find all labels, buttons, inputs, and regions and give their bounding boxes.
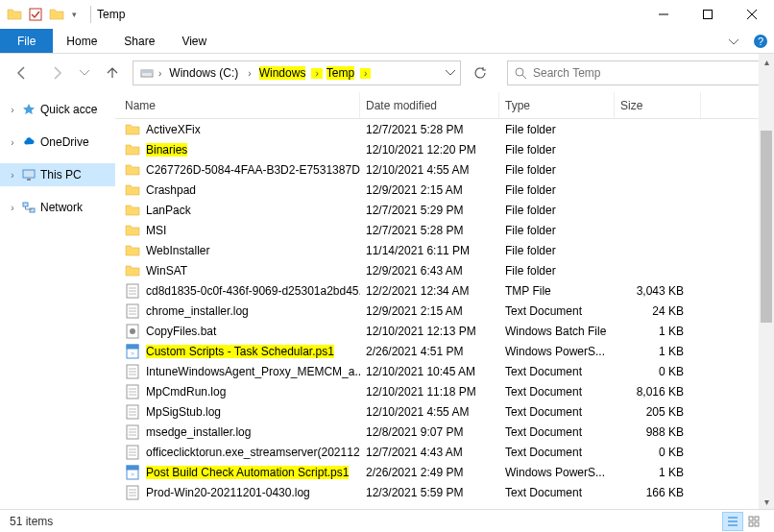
maximize-button[interactable] xyxy=(686,0,730,29)
table-row[interactable]: IntuneWindowsAgent_Proxy_MEMCM_a...12/10… xyxy=(115,361,774,381)
scroll-up-icon[interactable]: ▴ xyxy=(759,54,774,69)
table-row[interactable]: C267726D-5084-4FAA-B3D2-E7531387D9...12/… xyxy=(115,159,774,180)
svg-text:?: ? xyxy=(758,36,763,47)
table-row[interactable]: MpSigStub.log12/10/2021 4:55 AMText Docu… xyxy=(115,401,774,422)
table-row[interactable]: ActiveXFix12/7/2021 5:28 PMFile folder xyxy=(115,119,774,139)
table-row[interactable]: >Post Build Check Automation Script.ps12… xyxy=(115,462,774,482)
file-name: LanPack xyxy=(146,204,191,217)
file-date: 12/7/2021 5:29 PM xyxy=(360,204,499,217)
table-row[interactable]: CopyFiles.bat12/10/2021 12:13 PMWindows … xyxy=(115,321,774,341)
table-row[interactable]: >Custom Scripts - Task Schedular.ps12/26… xyxy=(115,341,774,361)
chevron-right-icon[interactable]: › xyxy=(244,68,254,79)
titlebar: ▾ Temp xyxy=(0,0,774,29)
header-type[interactable]: Type xyxy=(499,92,615,118)
nav-this-pc[interactable]: › This PC xyxy=(0,163,115,186)
chevron-right-icon[interactable]: › xyxy=(311,68,322,79)
tab-file[interactable]: File xyxy=(0,29,53,53)
svg-rect-11 xyxy=(23,170,35,178)
tab-home[interactable]: Home xyxy=(53,29,110,53)
minimize-button[interactable] xyxy=(641,0,686,29)
breadcrumb-root[interactable]: Windows (C:) xyxy=(165,61,244,85)
nav-quick-access[interactable]: › Quick acce xyxy=(0,98,115,121)
file-type: File folder xyxy=(499,143,615,157)
scroll-thumb[interactable] xyxy=(761,131,772,323)
computer-icon xyxy=(21,167,36,182)
table-row[interactable]: Prod-Win20-20211201-0430.log12/3/2021 5:… xyxy=(115,482,774,502)
chevron-right-icon[interactable]: › xyxy=(360,68,371,79)
nav-network[interactable]: › Network xyxy=(0,196,115,219)
file-type: Text Document xyxy=(499,304,615,318)
file-type: Text Document xyxy=(499,446,615,459)
header-date[interactable]: Date modified xyxy=(360,92,499,118)
close-button[interactable] xyxy=(730,0,774,29)
help-icon[interactable]: ? xyxy=(747,29,774,53)
file-size: 166 KB xyxy=(615,486,701,499)
scrollbar[interactable]: ▴ ▾ xyxy=(759,54,774,509)
address-bar[interactable]: › Windows (C:) › Windows › Temp › xyxy=(133,60,461,85)
search-box[interactable] xyxy=(507,60,766,85)
properties-icon[interactable] xyxy=(25,4,46,25)
file-date: 12/8/2021 9:07 PM xyxy=(360,425,499,439)
nav-label: Quick acce xyxy=(40,103,97,116)
table-row[interactable]: WinSAT12/9/2021 6:43 AMFile folder xyxy=(115,260,774,280)
chevron-right-icon[interactable]: › xyxy=(8,137,17,148)
header-name[interactable]: Name xyxy=(115,92,360,118)
table-row[interactable]: Binaries12/10/2021 12:20 PMFile folder xyxy=(115,139,774,159)
nav-onedrive[interactable]: › OneDrive xyxy=(0,131,115,154)
breadcrumb-seg2[interactable]: Temp xyxy=(327,66,354,80)
file-type: File folder xyxy=(499,264,615,278)
window-controls xyxy=(641,0,774,29)
table-row[interactable]: MpCmdRun.log12/10/2021 11:18 PMText Docu… xyxy=(115,381,774,401)
qat-dropdown-icon[interactable]: ▾ xyxy=(67,4,81,25)
scroll-down-icon[interactable]: ▾ xyxy=(759,494,774,509)
details-view-button[interactable] xyxy=(722,512,743,531)
table-row[interactable]: WebInstaller11/14/2021 6:11 PMFile folde… xyxy=(115,240,774,260)
search-input[interactable] xyxy=(533,66,760,80)
back-button[interactable] xyxy=(8,60,36,86)
file-name: officeclicktorun.exe_streamserver(202112… xyxy=(146,446,360,459)
ps-icon: > xyxy=(125,344,140,359)
folder-icon xyxy=(4,4,25,25)
file-size: 24 KB xyxy=(615,304,701,318)
forward-button[interactable] xyxy=(42,60,71,86)
tab-view[interactable]: View xyxy=(168,29,220,53)
chevron-right-icon[interactable]: › xyxy=(8,203,17,213)
chevron-right-icon[interactable]: › xyxy=(8,170,17,181)
svg-rect-60 xyxy=(749,522,753,526)
folder-icon xyxy=(125,203,140,218)
file-name: Binaries xyxy=(146,143,187,157)
file-size: 8,016 KB xyxy=(615,385,701,399)
breadcrumb-seg1[interactable]: Windows xyxy=(259,66,306,80)
table-row[interactable]: MSI12/7/2021 5:28 PMFile folder xyxy=(115,220,774,240)
address-dropdown-icon[interactable] xyxy=(441,68,460,78)
ribbon-expand-icon[interactable] xyxy=(720,29,747,53)
table-row[interactable]: chrome_installer.log12/9/2021 2:15 AMTex… xyxy=(115,301,774,321)
file-name: WinSAT xyxy=(146,264,187,278)
file-type: File folder xyxy=(499,224,615,237)
network-icon xyxy=(21,200,36,215)
file-type: Text Document xyxy=(499,405,615,419)
file-name: ActiveXFix xyxy=(146,123,201,136)
navbar: › Windows (C:) › Windows › Temp › xyxy=(0,54,774,92)
file-name: CopyFiles.bat xyxy=(146,325,216,338)
thumbnails-view-button[interactable] xyxy=(743,512,764,531)
table-row[interactable]: LanPack12/7/2021 5:29 PMFile folder xyxy=(115,200,774,220)
doc-icon xyxy=(125,445,140,460)
chevron-right-icon[interactable]: › xyxy=(155,68,165,79)
recent-dropdown-icon[interactable] xyxy=(77,60,92,86)
tab-share[interactable]: Share xyxy=(110,29,168,53)
folder-icon xyxy=(125,142,140,157)
table-row[interactable]: cd8d1835-0c0f-436f-9069-d25301a2bd45...1… xyxy=(115,280,774,301)
file-date: 2/26/2021 4:51 PM xyxy=(360,345,499,358)
file-size: 3,043 KB xyxy=(615,284,701,298)
file-name: Prod-Win20-20211201-0430.log xyxy=(146,486,310,499)
header-size[interactable]: Size xyxy=(615,92,701,118)
up-button[interactable] xyxy=(98,60,127,86)
nav-pane: › Quick acce › OneDrive › This PC › Netw… xyxy=(0,92,115,507)
file-name: C267726D-5084-4FAA-B3D2-E7531387D9... xyxy=(146,163,360,177)
refresh-button[interactable] xyxy=(467,60,494,85)
table-row[interactable]: msedge_installer.log12/8/2021 9:07 PMTex… xyxy=(115,422,774,442)
table-row[interactable]: officeclicktorun.exe_streamserver(202112… xyxy=(115,442,774,462)
chevron-right-icon[interactable]: › xyxy=(8,105,17,115)
table-row[interactable]: Crashpad12/9/2021 2:15 AMFile folder xyxy=(115,180,774,200)
